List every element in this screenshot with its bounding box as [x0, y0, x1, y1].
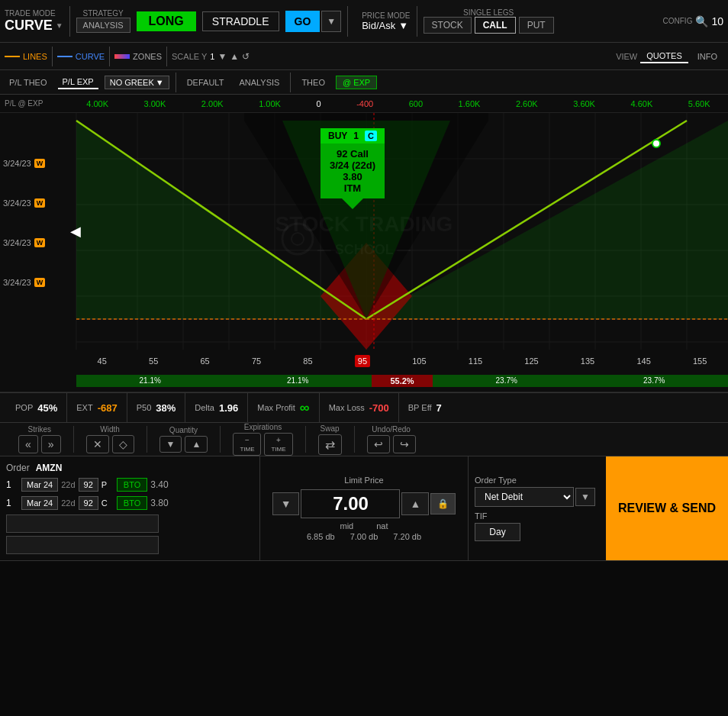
- long-button[interactable]: LONG: [137, 11, 196, 31]
- date-label-4: 3/24/23 W: [0, 278, 45, 287]
- p50-value: 38%: [156, 402, 176, 414]
- analysis-button[interactable]: ANALYSIS: [76, 18, 130, 33]
- go-dropdown-button[interactable]: ▼: [321, 11, 341, 32]
- go-button[interactable]: GO: [285, 11, 321, 32]
- order-type-select[interactable]: Net Debit: [475, 487, 574, 507]
- probability-bar: 21.1% 21.1% 55.2% 23.7% 23.7%: [0, 373, 728, 392]
- pop-value: 45%: [37, 402, 57, 414]
- order-price-2: 3.80: [150, 498, 168, 508]
- max-loss-stat: Max Loss -700: [320, 393, 399, 422]
- order-input-1[interactable]: [6, 514, 159, 533]
- limit-mid-nat: mid nat: [340, 521, 388, 531]
- order-type-group: Order Type Net Debit ▼: [475, 476, 600, 507]
- ext-value: -687: [98, 402, 118, 414]
- date-label-1: 3/24/23 W: [0, 159, 45, 168]
- curve-indicator: [57, 56, 72, 57]
- pl-exp-button[interactable]: P/L EXP: [58, 76, 98, 89]
- no-greek-selector[interactable]: NO GREEK ▼: [105, 76, 169, 89]
- limit-price-input[interactable]: [301, 489, 400, 518]
- max-loss-value: -700: [369, 402, 389, 414]
- put-button[interactable]: PUT: [519, 17, 554, 34]
- pl-val-4: 1.00K: [259, 99, 281, 108]
- secondary-toolbar: LINES CURVE ZONES SCALE Y 1 ▼ ▲ ↺ VIEW Q…: [0, 43, 728, 70]
- order-action-1[interactable]: BTO: [117, 478, 147, 492]
- date-label-3: 3/24/23 W: [0, 238, 45, 247]
- stats-bar: POP 45% EXT -687 P50 38% Delta 1.96 Max …: [0, 392, 728, 423]
- x-label-105: 105: [412, 356, 426, 366]
- order-header: Order AMZN: [6, 463, 253, 473]
- redo-button[interactable]: ↪: [393, 435, 416, 453]
- theo-button[interactable]: THEO: [297, 76, 330, 89]
- order-days-2: 22d: [61, 498, 75, 508]
- trade-mode-label: TRADE MODE: [5, 9, 63, 18]
- order-type-dropdown-button[interactable]: ▼: [575, 488, 595, 506]
- strikes-prev-prev-button[interactable]: «: [18, 435, 38, 453]
- review-send-button[interactable]: REVIEW & SEND: [606, 456, 728, 560]
- limit-price-lock-button[interactable]: 🔒: [430, 493, 456, 514]
- tooltip-line3: 3.80: [330, 171, 375, 182]
- delta-value: 1.96: [219, 402, 238, 414]
- scale-down-button[interactable]: ▼: [217, 51, 227, 62]
- order-strike-2: 92: [79, 496, 98, 510]
- quantity-up-button[interactable]: ▲: [185, 436, 208, 453]
- scale-up-button[interactable]: ▲: [230, 51, 239, 62]
- analysis-tab-button[interactable]: ANALYSIS: [234, 76, 284, 89]
- view-section: VIEW QUOTES INFO: [616, 50, 723, 63]
- order-left: Order AMZN 1 Mar 24 22d 92 P BTO 3.40 1 …: [0, 456, 259, 560]
- svg-text:— SCHOOL —: — SCHOOL —: [317, 242, 411, 257]
- limit-price-controls: ▼ ▲ 🔒: [272, 489, 456, 518]
- default-button[interactable]: DEFAULT: [182, 76, 229, 89]
- limit-price-up-button[interactable]: ▲: [401, 492, 429, 515]
- strikes-next-next-button[interactable]: »: [41, 435, 61, 453]
- order-input-2[interactable]: [6, 536, 159, 554]
- order-action-2[interactable]: BTO: [117, 496, 147, 510]
- max-profit-value: ∞: [300, 400, 310, 416]
- undo-button[interactable]: ↩: [367, 435, 390, 453]
- quantity-down-button[interactable]: ▼: [159, 436, 182, 453]
- delta-label: Delta: [195, 403, 214, 412]
- x-axis: 45 55 65 75 85 95 105 115 125 135 145 15…: [0, 350, 728, 373]
- trade-mode-value[interactable]: CURVE ▼: [5, 18, 63, 34]
- chart-nav-left[interactable]: ◀: [70, 223, 81, 240]
- x-label-75: 75: [252, 356, 261, 366]
- curve-label: CURVE: [76, 52, 105, 61]
- x-label-65: 65: [200, 356, 209, 366]
- x-label-45: 45: [98, 356, 107, 366]
- tooltip-line4: ITM: [330, 182, 375, 194]
- swap-button[interactable]: ⇄: [318, 434, 342, 455]
- bp-eff-label: BP Eff: [408, 403, 432, 412]
- order-row-1: 1 Mar 24 22d 92 P BTO 3.40: [6, 478, 253, 492]
- search-icon: 🔍: [695, 15, 708, 27]
- strikes-buttons: « »: [18, 435, 61, 453]
- at-exp-button[interactable]: @ EXP: [336, 76, 377, 89]
- limit-mid-label: mid: [340, 521, 353, 531]
- call-button[interactable]: CALL: [475, 17, 516, 34]
- info-button[interactable]: INFO: [691, 50, 723, 63]
- swap-label: Swap: [321, 424, 340, 433]
- time-minus-button[interactable]: −TIME: [233, 433, 261, 456]
- no-greek-dropdown-icon: ▼: [156, 78, 164, 87]
- bp-eff-value: 7: [436, 402, 442, 414]
- pl-val-1: 4.00K: [86, 99, 108, 108]
- limit-db-mid: 7.00 db: [350, 532, 378, 541]
- order-qty-2: 1: [6, 498, 18, 508]
- delta-stat: Delta 1.96: [185, 393, 248, 422]
- limit-price-dropdown-button[interactable]: ▼: [272, 492, 300, 515]
- scale-reset-button[interactable]: ↺: [242, 51, 250, 62]
- order-inputs: [6, 514, 253, 554]
- pl-theo-button[interactable]: P/L THEO: [5, 76, 52, 89]
- config-label: CONFIG: [663, 17, 693, 25]
- x-label-85: 85: [303, 356, 312, 366]
- width-expand-button[interactable]: ◇: [112, 435, 134, 453]
- pl-scale-label: P/L @ EXP: [0, 99, 69, 108]
- stock-button[interactable]: STOCK: [424, 17, 472, 34]
- p50-label: P50: [137, 403, 152, 412]
- x-label-155: 155: [693, 356, 707, 366]
- price-mode-value[interactable]: Bid/Ask ▼: [362, 20, 410, 31]
- quotes-button[interactable]: QUOTES: [640, 50, 688, 63]
- width-collapse-button[interactable]: ✕: [86, 435, 109, 453]
- time-plus-button[interactable]: +TIME: [264, 433, 292, 456]
- zones-label: ZONES: [133, 52, 162, 61]
- straddle-button[interactable]: STRADDLE: [202, 11, 279, 31]
- lines-section: LINES: [5, 52, 47, 61]
